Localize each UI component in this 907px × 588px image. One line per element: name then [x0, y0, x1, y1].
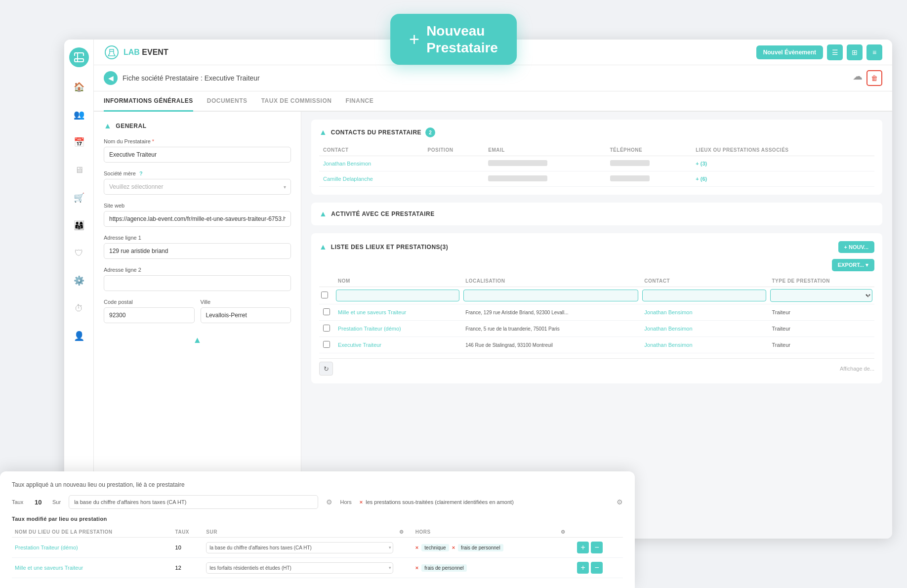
- breadcrumb-actions: ☁ 🗑: [853, 70, 882, 86]
- general-section-header: ▲ GENERAL: [104, 122, 291, 130]
- col-contact: CONTACT: [319, 144, 424, 156]
- lieux-actions: + NOUV...: [838, 241, 874, 253]
- row3-checkbox[interactable]: [323, 341, 330, 348]
- tab-taux-de-commission[interactable]: TAUX DE COMMISSION: [261, 91, 332, 112]
- lieux-contact-3[interactable]: Jonathan Bensimon: [644, 342, 692, 348]
- hors-label: Hors: [340, 499, 352, 505]
- filter-row: ▾: [319, 287, 874, 304]
- sidebar-users-icon[interactable]: 👥: [71, 107, 87, 123]
- nouvel-evenement-button[interactable]: Nouvel Évènement: [756, 45, 823, 59]
- col-position: POSITION: [424, 144, 485, 156]
- row1-checkbox[interactable]: [323, 308, 330, 315]
- sidebar-home-icon[interactable]: 🏠: [71, 79, 87, 95]
- col-type: TYPE DE PRESTATION: [768, 275, 875, 287]
- filter-nom[interactable]: [336, 290, 459, 301]
- contact-link-2[interactable]: Camille Delaplanche: [323, 176, 373, 182]
- lieux-type-2: Traiteur: [768, 321, 875, 337]
- filter-type[interactable]: [770, 289, 873, 302]
- lieux-contact-1[interactable]: Jonathan Bensimon: [644, 309, 692, 315]
- filter-contact[interactable]: [642, 290, 766, 301]
- lieux-count-2[interactable]: + (6): [696, 176, 707, 182]
- sidebar-settings-icon[interactable]: ⚙️: [71, 273, 87, 289]
- taux-val-2: 12: [172, 558, 204, 578]
- taux-panel-title: Taux appliqué à un nouveau lieu ou prest…: [12, 481, 623, 488]
- adresse1-input[interactable]: [104, 243, 291, 259]
- filter-localisation[interactable]: [463, 290, 638, 301]
- lieux-toggle[interactable]: ▲: [319, 243, 327, 252]
- taux-sur-select-1[interactable]: la base du chiffre d'affaires hors taxes…: [206, 542, 393, 553]
- taux-nom-1[interactable]: Prestation Traiteur (démo): [15, 545, 78, 550]
- adresse2-label: Adresse ligne 2: [104, 267, 291, 273]
- sidebar-cart-icon[interactable]: 🛒: [71, 190, 87, 206]
- lieux-loc-1: France, 129 rue Aristide Briand, 92300 L…: [461, 304, 640, 321]
- contacts-count: 2: [425, 127, 435, 137]
- sidebar: 🏠 👥 📅 🖥 🛒 👨‍👩‍👧 🛡 ⚙️ ⏱ 👤: [64, 40, 94, 539]
- table-view-button[interactable]: ☰: [827, 44, 843, 60]
- contacts-toggle[interactable]: ▲: [319, 128, 327, 137]
- lieux-nom-3[interactable]: Executive Traiteur: [338, 342, 381, 348]
- taux-modifie-title: Taux modifié par lieu ou prestation: [12, 516, 623, 522]
- code-postal-label: Code postal: [104, 299, 195, 305]
- sidebar-time-icon[interactable]: ⏱: [71, 300, 87, 316]
- sidebar-calendar-icon[interactable]: 📅: [71, 134, 87, 150]
- nom-prestataire-input[interactable]: [104, 147, 291, 163]
- tab-documents[interactable]: DOCUMENTS: [207, 91, 247, 112]
- sur-select[interactable]: la base du chiffre d'affaires hors taxes…: [69, 495, 318, 509]
- ville-input[interactable]: [201, 307, 291, 323]
- adresse2-input[interactable]: [104, 275, 291, 291]
- main-window: 🏠 👥 📅 🖥 🛒 👨‍👩‍👧 🛡 ⚙️ ⏱ 👤 LAB EVENT: [64, 40, 892, 539]
- breadcrumb-bar: ◀ Fiche société Prestataire : Executive …: [94, 65, 892, 91]
- adresse1-group: Adresse ligne 1: [104, 235, 291, 259]
- lieux-nom-1[interactable]: Mille et une saveurs Traiteur: [338, 309, 406, 315]
- tab-informations-generales[interactable]: INFORMATIONS GÉNÉRALES: [104, 91, 193, 112]
- nouveau-button[interactable]: + NOUV...: [838, 241, 874, 253]
- taux-remove-2[interactable]: −: [591, 562, 603, 574]
- row2-checkbox[interactable]: [323, 325, 330, 332]
- activity-header: ▲ ACTIVITÉ AVEC CE PRESTATAIRE: [319, 210, 874, 218]
- header-actions: Nouvel Évènement ☰ ⊞ ≡: [756, 44, 882, 60]
- lieux-loc-2: France, 5 rue de la truanderie, 75001 Pa…: [461, 321, 640, 337]
- select-all-checkbox[interactable]: [321, 292, 328, 298]
- scroll-up-icon[interactable]: ▲: [193, 335, 202, 345]
- tabs-bar: INFORMATIONS GÉNÉRALES DOCUMENTS TAUX DE…: [94, 91, 892, 112]
- site-web-input[interactable]: [104, 211, 291, 227]
- societe-mere-select[interactable]: Veuillez sélectionner: [104, 179, 291, 195]
- refresh-button[interactable]: ↻: [319, 362, 333, 376]
- taux-table: NOM DU LIEU OU DE LA PRESTATION TAUX SUR…: [12, 527, 623, 578]
- back-button[interactable]: ◀: [104, 71, 118, 85]
- delete-button[interactable]: 🗑: [866, 70, 882, 86]
- export-button[interactable]: EXPORT... ▾: [832, 259, 874, 271]
- lieux-count-1[interactable]: + (3): [696, 161, 707, 167]
- taux-nom-2[interactable]: Mille et une saveurs Traiteur: [15, 565, 83, 571]
- grid-view-button[interactable]: ⊞: [847, 44, 863, 60]
- taux-panel: Taux appliqué à un nouveau lieu ou prest…: [0, 471, 635, 588]
- taux-sur-select-2[interactable]: les forfaits résidentiels et études (HT): [206, 562, 393, 574]
- general-title: GENERAL: [116, 123, 146, 129]
- lieux-loc-3: 146 Rue de Stalingrad, 93100 Montreuil: [461, 337, 640, 353]
- sur-select-wrapper: la base du chiffre d'affaires hors taxes…: [69, 495, 318, 509]
- taux-remove-1[interactable]: −: [591, 542, 603, 553]
- sidebar-monitor-icon[interactable]: 🖥: [71, 162, 87, 178]
- sidebar-account-icon[interactable]: 👤: [71, 328, 87, 344]
- contacts-table: CONTACT POSITION EMAIL TÉLÉPHONE LIEUX O…: [319, 144, 874, 187]
- cloud-icon[interactable]: ☁: [853, 70, 863, 86]
- taux-modifie-row-2: Mille et une saveurs Traiteur 12 les for…: [12, 558, 623, 578]
- tab-finance[interactable]: FINANCE: [345, 91, 373, 112]
- lieux-nom-2[interactable]: Prestation Traiteur (démo): [338, 326, 401, 332]
- sidebar-shield-icon[interactable]: 🛡: [71, 245, 87, 261]
- sur-gear-icon[interactable]: ⚙: [326, 498, 332, 506]
- code-postal-group: Code postal: [104, 299, 195, 323]
- code-postal-input[interactable]: [104, 307, 195, 323]
- contact-link-1[interactable]: Jonathan Bensimon: [323, 161, 371, 167]
- taux-add-1[interactable]: +: [577, 542, 589, 553]
- sidebar-team-icon[interactable]: 👨‍👩‍👧: [71, 217, 87, 233]
- taux-add-2[interactable]: +: [577, 562, 589, 574]
- list-view-button[interactable]: ≡: [866, 44, 882, 60]
- adresse2-group: Adresse ligne 2: [104, 267, 291, 291]
- hors-gear-icon[interactable]: ⚙: [617, 498, 623, 506]
- activity-toggle[interactable]: ▲: [319, 210, 327, 218]
- lab-logo-icon: [104, 44, 120, 60]
- col-email: EMAIL: [484, 144, 606, 156]
- general-toggle[interactable]: ▲: [104, 122, 112, 130]
- lieux-contact-2[interactable]: Jonathan Bensimon: [644, 326, 692, 332]
